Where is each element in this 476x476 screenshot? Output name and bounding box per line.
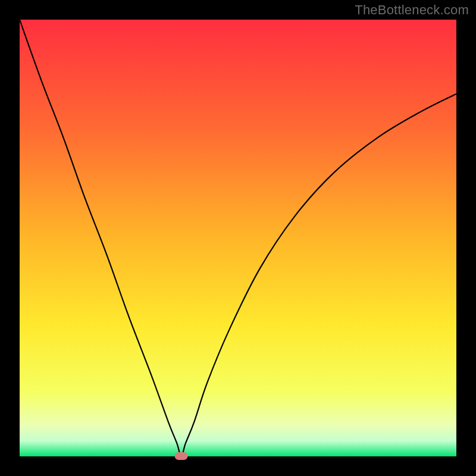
bottleneck-chart [0, 0, 476, 476]
watermark-text: TheBottleneck.com [355, 2, 469, 18]
chart-frame: TheBottleneck.com [0, 0, 476, 476]
optimum-marker [175, 452, 188, 460]
optimum-marker-pill [175, 452, 188, 460]
plot-background [20, 20, 456, 456]
